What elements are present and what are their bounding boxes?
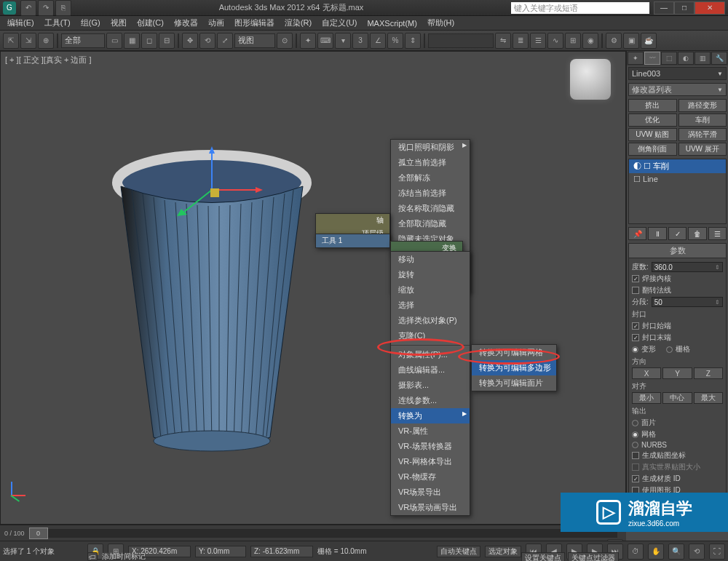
stack-lathe[interactable]: ◐ ☐ 车削 xyxy=(629,159,726,173)
nav-pan-icon[interactable]: ✋ xyxy=(648,544,664,560)
undo-icon[interactable]: ↶ xyxy=(20,0,36,16)
redo-icon[interactable]: ↷ xyxy=(38,0,54,16)
close-button[interactable]: ✕ xyxy=(695,1,725,15)
angle-snap-icon[interactable]: ∠ xyxy=(370,33,386,49)
key-filter-button[interactable]: 关键点过滤器 xyxy=(568,552,619,561)
cup-object[interactable] xyxy=(103,146,321,459)
snap-icon[interactable]: 3 xyxy=(352,33,368,49)
tab-display-icon[interactable]: ▥ xyxy=(695,52,711,65)
select-name-icon[interactable]: ▦ xyxy=(124,33,140,49)
autokey-button[interactable]: 自动关键点 xyxy=(437,546,480,557)
segments-spinner[interactable]: 50 xyxy=(652,297,723,307)
ctx-to-edit-patch[interactable]: 转换为可编辑面片 xyxy=(472,375,556,391)
ctx-unhide-name[interactable]: 按名称取消隐藏 xyxy=(391,201,470,216)
ctx-curve-editor[interactable]: 曲线编辑器... xyxy=(391,362,470,378)
btn-optimize[interactable]: 优化 xyxy=(628,114,677,127)
named-sel-icon[interactable]: ▾ xyxy=(335,33,351,49)
viewport[interactable]: [ + ][ 正交 ][真实 + 边面 ] xyxy=(0,51,626,525)
menu-create[interactable]: 创建(C) xyxy=(132,16,168,30)
viewcube[interactable] xyxy=(570,59,611,100)
btn-uvwunwrap[interactable]: UVW 展开 xyxy=(678,143,727,156)
rect-select-icon[interactable]: ◻ xyxy=(141,33,157,49)
nav-zoom-icon[interactable]: 🔍 xyxy=(668,544,684,560)
bind-icon[interactable]: ⊕ xyxy=(38,33,54,49)
menu-group[interactable]: 组(G) xyxy=(76,16,105,30)
ctx-vr-mesh-export[interactable]: VR-网格体导出 xyxy=(391,454,470,469)
output-patch-radio[interactable] xyxy=(632,420,638,426)
gen-mat-checkbox[interactable]: ✓ xyxy=(632,475,639,482)
schematic-icon[interactable]: ⊞ xyxy=(565,33,581,49)
ctx-to-edit-mesh[interactable]: 转换为可编辑网格 xyxy=(472,345,556,360)
align-min-button[interactable]: 最小 xyxy=(632,392,661,404)
menu-custom[interactable]: 自定义(U) xyxy=(317,16,361,30)
ctx-wire-params[interactable]: 连线参数... xyxy=(391,393,470,408)
rollout-params-header[interactable]: 参数 xyxy=(629,244,726,258)
align-center-button[interactable]: 中心 xyxy=(662,392,692,404)
layer-icon[interactable]: ☰ xyxy=(530,33,546,49)
pivot-icon[interactable]: ⊙ xyxy=(277,33,293,49)
output-mesh-radio[interactable] xyxy=(632,431,638,438)
ctx-unhide-all[interactable]: 全部取消隐藏 xyxy=(391,216,470,231)
time-track[interactable]: 0 xyxy=(29,529,617,538)
ctx-clone[interactable]: 克隆(C) xyxy=(391,328,470,343)
selection-filter-dd[interactable]: 全部 xyxy=(61,33,105,48)
named-selection-dd[interactable] xyxy=(428,33,494,48)
menu-modifier[interactable]: 修改器 xyxy=(170,16,202,30)
btn-lathe[interactable]: 车削 xyxy=(678,114,727,127)
menu-animation[interactable]: 动画 xyxy=(204,16,229,30)
ctx-isolate[interactable]: 孤立当前选择 xyxy=(391,155,470,170)
modifier-stack[interactable]: ◐ ☐ 车削 ☐ Line xyxy=(628,159,727,224)
ctx-scale[interactable]: 缩放 xyxy=(391,282,470,298)
menu-graph[interactable]: 图形编辑器 xyxy=(230,16,279,30)
convert-submenu[interactable]: 转换为可编辑网格 转换为可编辑多边形 转换为可编辑面片 xyxy=(471,344,557,391)
output-nurbs-radio[interactable] xyxy=(632,442,638,448)
setkey-button[interactable]: 设置关键点 xyxy=(521,552,565,561)
btn-turbosmooth[interactable]: 涡轮平滑 xyxy=(678,128,727,141)
quad-menu-transform[interactable]: 移动 旋转 缩放 选择 选择类似对象(P) 克隆(C) 对象属性(P)... 曲… xyxy=(390,251,470,516)
gen-uv-checkbox[interactable] xyxy=(632,452,639,459)
morph-radio[interactable] xyxy=(632,346,638,353)
mirror-icon[interactable]: ⇋ xyxy=(495,33,511,49)
btn-pathdeform[interactable]: 路径变形 xyxy=(678,99,727,112)
remove-mod-icon[interactable]: 🗑 xyxy=(688,227,706,240)
object-name-field[interactable]: Line003 xyxy=(628,67,727,80)
ctx-select-similar[interactable]: 选择类似对象(P) xyxy=(391,313,470,328)
menu-help[interactable]: 帮助(H) xyxy=(423,16,459,30)
ref-coord-dd[interactable]: 视图 xyxy=(234,33,275,48)
modifier-list-dd[interactable]: 修改器列表 xyxy=(628,83,727,96)
render-setup-icon[interactable]: ⚙ xyxy=(606,33,622,49)
keyboard-icon[interactable]: ⌨ xyxy=(317,33,333,49)
tab-motion-icon[interactable]: ◐ xyxy=(678,52,694,65)
time-slider[interactable]: 0 / 100 0 xyxy=(0,525,626,541)
axis-y-button[interactable]: Y xyxy=(662,367,692,379)
pct-snap-icon[interactable]: % xyxy=(387,33,403,49)
link-icon[interactable]: ⇱ xyxy=(3,33,19,49)
btn-bevelprofile[interactable]: 倒角剖面 xyxy=(628,143,677,156)
grid-radio[interactable] xyxy=(666,346,673,353)
cap-start-checkbox[interactable]: ✓ xyxy=(632,322,639,330)
ctx-vr-scene-conv[interactable]: VR-场景转换器 xyxy=(391,439,470,454)
show-end-icon[interactable]: Ⅱ xyxy=(648,227,666,240)
tab-create-icon[interactable]: ✦ xyxy=(628,52,644,65)
ctx-unfreeze-all[interactable]: 全部解冻 xyxy=(391,170,470,186)
configure-icon[interactable]: ☰ xyxy=(708,227,727,240)
ctx-viewport-lighting[interactable]: 视口照明和阴影 xyxy=(391,140,470,155)
time-config-icon[interactable]: ⏱ xyxy=(628,544,644,560)
ctx-vr-scene-export[interactable]: VR场景导出 xyxy=(391,485,470,500)
tag-icon[interactable]: 🏷 xyxy=(87,552,98,561)
link-icon[interactable]: ⎘ xyxy=(55,0,71,16)
coord-z[interactable]: Z: -61.623mm xyxy=(250,546,313,557)
ctx-vr-props[interactable]: VR-属性 xyxy=(391,423,470,439)
render-icon[interactable]: ☕ xyxy=(641,33,657,49)
ctx-convert-to[interactable]: 转换为 xyxy=(391,408,470,423)
curve-editor-icon[interactable]: ∿ xyxy=(547,33,563,49)
pin-stack-icon[interactable]: 📌 xyxy=(628,227,646,240)
move-icon[interactable]: ✥ xyxy=(182,33,198,49)
nav-orbit-icon[interactable]: ⟲ xyxy=(689,544,705,560)
btn-extrude[interactable]: 挤出 xyxy=(628,99,677,112)
menu-render[interactable]: 渲染(R) xyxy=(280,16,316,30)
render-frame-icon[interactable]: ▣ xyxy=(623,33,639,49)
key-filter-dd[interactable]: 选定对象 xyxy=(485,546,521,557)
menu-maxscript[interactable]: MAXScript(M) xyxy=(363,17,421,29)
select-icon[interactable]: ▭ xyxy=(106,33,122,49)
